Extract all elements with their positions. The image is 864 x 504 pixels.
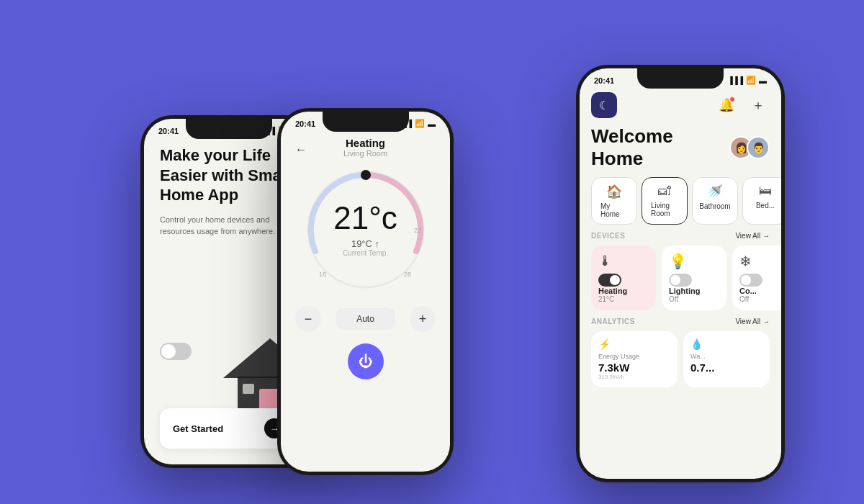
time-phone2: 20:41	[295, 120, 315, 128]
mode-selector[interactable]: Auto	[336, 308, 395, 330]
my-home-label: My Home	[600, 202, 628, 218]
top-bar-right: 🔔 ＋	[715, 94, 770, 117]
bathroom-icon: 🚿	[707, 184, 723, 199]
lighting-device-icon: 💡	[669, 253, 719, 270]
notification-button[interactable]: 🔔	[715, 94, 738, 117]
bedroom-label: Bed...	[756, 202, 775, 210]
temperature-value: 21°c	[333, 202, 397, 234]
status-icons-phone3: ▐▐▐ 📶 ▬	[728, 76, 767, 85]
get-started-label: Get Started	[173, 423, 223, 434]
energy-value: 7.3kW	[598, 361, 670, 374]
analytics-water: 💧 Wa... 0.7...	[683, 331, 770, 387]
power-button[interactable]: ⏻	[348, 343, 384, 379]
lighting-device-value: Off	[669, 295, 719, 303]
water-value: 0.7...	[690, 361, 762, 374]
svg-text:28: 28	[403, 271, 410, 278]
heating-toggle[interactable]	[598, 274, 621, 287]
app-top-bar: ☾ 🔔 ＋	[580, 88, 781, 122]
other-device-icon: ❄	[739, 253, 781, 270]
living-room-icon: 🛋	[658, 184, 671, 199]
devices-label: DEVICES	[591, 232, 625, 240]
analytics-energy: ⚡ Energy Usage 7.3kW 319.5kWh	[591, 331, 678, 387]
analytics-section-header: ANALYTICS View All →	[580, 318, 781, 331]
temperature-display: 21°c 19°C ↑ Current Temp.	[333, 202, 397, 257]
signal-icon-p3: ▐▐▐	[728, 76, 743, 84]
decrease-button[interactable]: −	[295, 306, 321, 332]
notch-phone2	[323, 112, 409, 132]
heating-subtitle: Living Room	[343, 149, 387, 158]
room-tabs: 🏠 My Home 🛋 Living Room 🚿 Bathroom 🛏 Bed…	[580, 177, 781, 232]
heating-title: Heating	[346, 137, 385, 149]
phones-container: 20:41 ▐▐▐ 📶 ▬ Make your Life Easier with…	[0, 0, 864, 504]
water-icon: 💧	[690, 338, 762, 350]
analytics-view-all[interactable]: View All →	[735, 318, 770, 325]
add-button[interactable]: ＋	[747, 94, 770, 117]
devices-section-header: DEVICES View All →	[580, 232, 781, 246]
welcome-section: Welcome Home 👩 👨	[580, 122, 781, 177]
toggle-knob-phone1	[161, 344, 176, 359]
analytics-row: ⚡ Energy Usage 7.3kW 319.5kWh 💧 Wa... 0.…	[580, 331, 781, 387]
app-icon[interactable]: ☾	[591, 92, 617, 118]
heating-device-icon: 🌡	[598, 253, 649, 269]
device-card-other[interactable]: ❄ Co... Off	[732, 246, 781, 310]
svg-text:16: 16	[318, 271, 325, 278]
device-card-heating[interactable]: 🌡 Heating 21°C	[591, 246, 656, 310]
welcome-heading: Welcome Home	[591, 125, 729, 170]
lighting-toggle[interactable]	[669, 274, 692, 287]
current-temp-value: 19°C ↑	[333, 238, 397, 249]
other-device-name: Co...	[739, 287, 781, 295]
toggle-phone1[interactable]	[160, 343, 192, 360]
lighting-device-name: Lighting	[669, 287, 719, 295]
water-label: Wa...	[690, 353, 762, 360]
svg-rect-3	[243, 384, 254, 394]
phone-dashboard: 20:41 ▐▐▐ 📶 ▬ ☾ 🔔 ＋	[576, 65, 785, 482]
battery-icon-p3: ▬	[759, 76, 767, 85]
lighting-toggle-knob	[670, 275, 680, 285]
heating-device-value: 21°C	[598, 295, 649, 303]
current-temp-label: Current Temp.	[333, 249, 397, 257]
heating-toggle-knob	[610, 275, 620, 285]
devices-view-all[interactable]: View All →	[735, 232, 770, 240]
wifi-icon-p3: 📶	[746, 76, 756, 85]
energy-icon: ⚡	[598, 338, 670, 350]
other-toggle[interactable]	[739, 274, 762, 287]
other-device-value: Off	[739, 295, 781, 303]
increase-button[interactable]: +	[410, 306, 436, 332]
tab-living-room[interactable]: 🛋 Living Room	[642, 177, 688, 225]
my-home-icon: 🏠	[606, 184, 622, 199]
living-room-label: Living Room	[651, 202, 678, 217]
heating-device-name: Heating	[598, 287, 649, 295]
time-phone1: 20:41	[158, 127, 179, 135]
user-avatars: 👩 👨	[729, 136, 770, 159]
thermostat-dial: 22 28 16 21°c 19°C ↑ Current Temp.	[301, 165, 431, 294]
bathroom-label: Bathroom	[699, 202, 730, 210]
time-phone3: 20:41	[594, 76, 614, 85]
heating-header: ← Heating Living Room	[281, 131, 450, 158]
tab-my-home[interactable]: 🏠 My Home	[591, 177, 637, 225]
analytics-label: ANALYTICS	[591, 318, 635, 325]
thermostat-container: 22 28 16 21°c 19°C ↑ Current Temp. − Aut…	[281, 158, 450, 379]
wifi-icon-p2: 📶	[415, 119, 425, 128]
energy-label: Energy Usage	[598, 353, 670, 360]
svg-point-6	[361, 170, 371, 180]
tab-bathroom[interactable]: 🚿 Bathroom	[692, 177, 738, 225]
tab-bedroom[interactable]: 🛏 Bed...	[742, 177, 781, 225]
svg-text:22: 22	[413, 227, 420, 234]
phone-heating: 20:41 ▐▐▐ 📶 ▬ ← Heating Living Room	[277, 108, 454, 475]
notification-dot	[729, 96, 735, 102]
energy-sub: 319.5kWh	[598, 374, 670, 380]
notch-phone1	[186, 119, 272, 139]
notch-phone3	[637, 68, 724, 89]
device-card-lighting[interactable]: 💡 Lighting Off	[662, 246, 726, 310]
avatar-2: 👨	[747, 136, 770, 159]
devices-row: 🌡 Heating 21°C 💡	[580, 246, 781, 318]
other-toggle-knob	[741, 275, 751, 285]
battery-icon-p2: ▬	[428, 120, 436, 128]
back-button[interactable]: ←	[291, 140, 311, 160]
bedroom-icon: 🛏	[759, 184, 772, 199]
mode-controls: − Auto +	[281, 306, 450, 332]
